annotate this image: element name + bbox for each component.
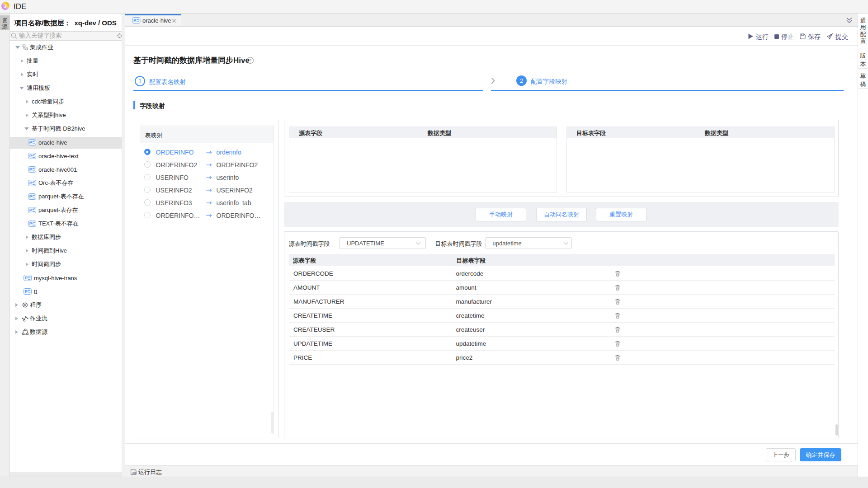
svg-text:LOG: LOG bbox=[132, 472, 137, 474]
svg-text:?: ? bbox=[249, 58, 251, 63]
